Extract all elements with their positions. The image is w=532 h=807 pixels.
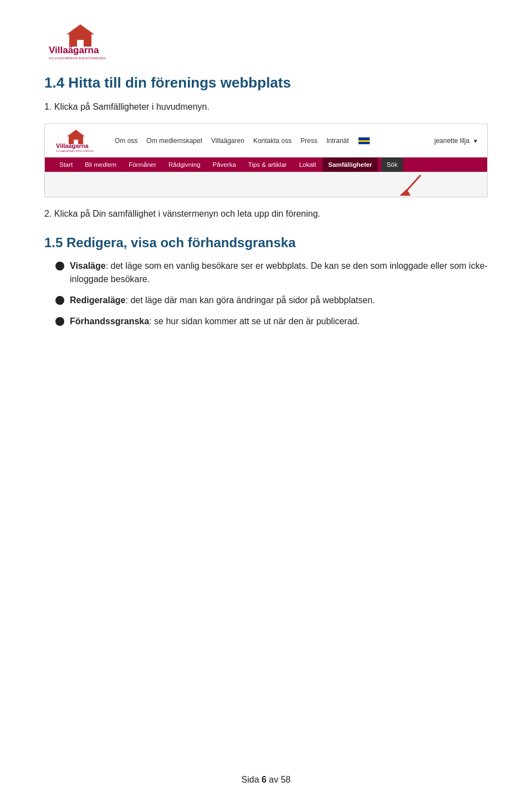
section-14-heading: 1.4 Hitta till din förenings webbplats (44, 74, 488, 91)
sim-logo-svg: Villaägarna VILLAAGARNAS RIKSFÖRBUND (54, 129, 98, 153)
total-pages: 58 (281, 775, 291, 784)
sim-nav-lokalt: Lokalt (294, 157, 322, 172)
sim-link-press: Press (300, 137, 318, 145)
sim-link-om-medlemskapet: Om medlemskapet (146, 137, 202, 145)
current-page: 6 (262, 775, 267, 784)
red-arrow (387, 172, 443, 197)
sim-nav: Villaägarna VILLAAGARNAS RIKSFÖRBUND Om … (45, 124, 487, 172)
sim-nav-formaner: Förmåner (123, 157, 162, 172)
logo-area: Villaägarna VILLAAGARNAS RIKSFÖRBUND (44, 17, 488, 61)
sim-nav-paverka: Påverka (207, 157, 242, 172)
bullet-dot-1 (55, 262, 64, 270)
term-visalage: Visaläge (70, 261, 106, 270)
svg-text:VILLAAGARNAS RIKSFÖRBUND: VILLAAGARNAS RIKSFÖRBUND (56, 150, 94, 152)
bullet-text-forhandsgranska: Förhandssgranska: se hur sidan kommer at… (70, 315, 488, 328)
sim-nav-radgivning: Rådgivning (163, 157, 206, 172)
sim-nav-samfalligheter: Samfälligheter (323, 157, 377, 172)
sim-top-links: Om oss Om medlemskapet Villaägaren Konta… (115, 137, 424, 145)
bullet-forhandsgranska: Förhandssgranska: se hur sidan kommer at… (55, 315, 488, 328)
desc-redigeralage: : det läge där man kan göra ändringar på… (125, 295, 375, 305)
bullet-dot-2 (55, 296, 64, 305)
arrow-area (45, 172, 487, 197)
svg-marker-0 (66, 24, 94, 34)
footer-separator: av (269, 775, 278, 784)
sim-link-kontakta-oss: Kontakta oss (253, 137, 291, 145)
sim-link-intranat: Intranät (326, 137, 349, 145)
page-footer: Sida 6 av 58 (0, 775, 532, 785)
sim-nav-sok: Sök (381, 157, 403, 172)
step-2-text: 2. Klicka på Din samfällighet i vänsterm… (44, 207, 488, 221)
sim-nav-tips: Tips & artiklar (243, 157, 293, 172)
sim-link-om-oss: Om oss (115, 137, 137, 145)
footer-text: Sida (242, 775, 259, 784)
desc-visalage: : det läge som en vanlig besökare ser er… (70, 261, 488, 284)
svg-marker-11 (400, 189, 411, 196)
bullet-text-visalage: Visaläge: det läge som en vanlig besökar… (70, 259, 488, 286)
website-screenshot: Villaägarna VILLAAGARNAS RIKSFÖRBUND Om … (44, 124, 488, 197)
villaagarna-logo: Villaägarna VILLAAGARNAS RIKSFÖRBUND (44, 22, 488, 61)
step-1-text: 1. Klicka på Samfälligheter i huvudmenyn… (44, 100, 488, 114)
logo-svg: Villaägarna VILLAAGARNAS RIKSFÖRBUND (44, 22, 116, 61)
sim-link-villaagaren: Villaägaren (211, 137, 244, 145)
sim-dropdown-icon: ▼ (473, 138, 478, 144)
svg-text:Villaägarna: Villaägarna (49, 45, 99, 55)
svg-marker-5 (67, 130, 85, 136)
sim-user: jeanette lilja ▼ (434, 137, 478, 145)
sim-main-nav: Start Bli medlem Förmåner Rådgivning Påv… (45, 157, 487, 172)
sim-logo: Villaägarna VILLAAGARNAS RIKSFÖRBUND (54, 129, 98, 153)
bullet-list: Visaläge: det läge som en vanlig besökar… (55, 259, 488, 328)
term-redigeralage: Redigeraläge (70, 295, 125, 305)
svg-text:VILLAAGARNAS RIKSFÖRBUND: VILLAAGARNAS RIKSFÖRBUND (49, 57, 106, 60)
section-15-heading: 1.5 Redigera, visa och förhandsgranska (44, 235, 488, 251)
svg-text:Villaägarna: Villaägarna (56, 142, 89, 149)
sim-username: jeanette lilja (434, 137, 469, 145)
sim-nav-start: Start (54, 157, 78, 172)
bullet-text-redigeralage: Redigeraläge: det läge där man kan göra … (70, 294, 488, 307)
sim-top-bar: Villaägarna VILLAAGARNAS RIKSFÖRBUND Om … (45, 124, 487, 157)
desc-forhandsgranska: : se hur sidan kommer att se ut när den … (149, 316, 360, 326)
bullet-visalage: Visaläge: det läge som en vanlig besökar… (55, 259, 488, 286)
bullet-redigeralage: Redigeraläge: det läge där man kan göra … (55, 294, 488, 307)
term-forhandsgranska: Förhandssgranska (70, 316, 149, 326)
sim-nav-bli-medlem: Bli medlem (79, 157, 122, 172)
bullet-dot-3 (55, 317, 64, 326)
sim-flag-icon (358, 137, 370, 145)
